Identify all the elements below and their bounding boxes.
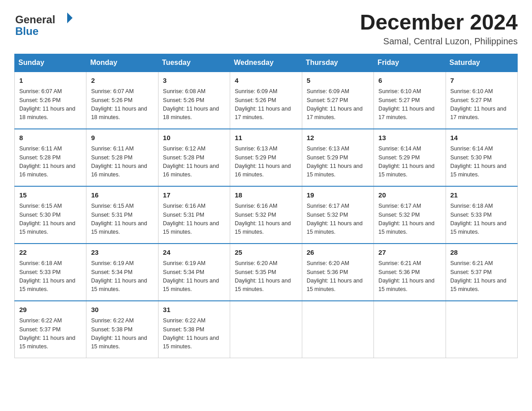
day-info: Sunrise: 6:07 AMSunset: 5:26 PMDaylight:…	[91, 87, 153, 122]
calendar-week-row: 15Sunrise: 6:15 AMSunset: 5:30 PMDayligh…	[15, 186, 518, 244]
day-info: Sunrise: 6:13 AMSunset: 5:29 PMDaylight:…	[307, 145, 369, 180]
day-number: 4	[235, 76, 297, 86]
day-number: 3	[163, 76, 225, 86]
day-info: Sunrise: 6:19 AMSunset: 5:34 PMDaylight:…	[91, 259, 153, 294]
calendar-cell: 1Sunrise: 6:07 AMSunset: 5:26 PMDaylight…	[15, 72, 86, 129]
calendar-cell: 23Sunrise: 6:19 AMSunset: 5:34 PMDayligh…	[86, 244, 158, 301]
calendar-cell: 11Sunrise: 6:13 AMSunset: 5:29 PMDayligh…	[230, 129, 302, 186]
day-info: Sunrise: 6:20 AMSunset: 5:36 PMDaylight:…	[307, 259, 369, 294]
day-info: Sunrise: 6:15 AMSunset: 5:30 PMDaylight:…	[19, 202, 82, 237]
day-number: 12	[307, 133, 369, 143]
header-monday: Monday	[86, 54, 158, 72]
location: Samal, Central Luzon, Philippines	[360, 36, 518, 47]
page-header: General Blue December 2024 Samal, Centra…	[14, 11, 518, 47]
calendar-cell: 5Sunrise: 6:09 AMSunset: 5:27 PMDaylight…	[302, 72, 373, 129]
header-tuesday: Tuesday	[158, 54, 230, 72]
calendar-cell: 22Sunrise: 6:18 AMSunset: 5:33 PMDayligh…	[15, 244, 86, 301]
day-number: 18	[235, 190, 297, 201]
day-number: 25	[235, 248, 297, 258]
calendar-cell: 10Sunrise: 6:12 AMSunset: 5:28 PMDayligh…	[158, 129, 230, 186]
calendar-cell	[302, 301, 373, 358]
day-info: Sunrise: 6:09 AMSunset: 5:27 PMDaylight:…	[307, 87, 369, 122]
day-info: Sunrise: 6:21 AMSunset: 5:36 PMDaylight:…	[378, 259, 441, 294]
day-number: 5	[307, 76, 369, 86]
day-number: 9	[91, 133, 153, 143]
day-info: Sunrise: 6:11 AMSunset: 5:28 PMDaylight:…	[91, 145, 153, 180]
calendar-week-row: 1Sunrise: 6:07 AMSunset: 5:26 PMDaylight…	[15, 72, 518, 129]
day-number: 29	[19, 305, 82, 315]
calendar-week-row: 29Sunrise: 6:22 AMSunset: 5:37 PMDayligh…	[15, 301, 518, 358]
day-info: Sunrise: 6:19 AMSunset: 5:34 PMDaylight:…	[163, 259, 225, 294]
day-number: 21	[450, 190, 513, 201]
header-thursday: Thursday	[302, 54, 373, 72]
day-info: Sunrise: 6:12 AMSunset: 5:28 PMDaylight:…	[163, 145, 225, 180]
day-info: Sunrise: 6:17 AMSunset: 5:32 PMDaylight:…	[378, 202, 441, 237]
day-number: 1	[19, 76, 82, 86]
calendar-week-row: 8Sunrise: 6:11 AMSunset: 5:28 PMDaylight…	[15, 129, 518, 186]
calendar-cell: 19Sunrise: 6:17 AMSunset: 5:32 PMDayligh…	[302, 186, 373, 244]
calendar-cell: 2Sunrise: 6:07 AMSunset: 5:26 PMDaylight…	[86, 72, 158, 129]
calendar-cell: 24Sunrise: 6:19 AMSunset: 5:34 PMDayligh…	[158, 244, 230, 301]
calendar-cell: 6Sunrise: 6:10 AMSunset: 5:27 PMDaylight…	[374, 72, 446, 129]
day-number: 24	[163, 248, 225, 258]
calendar-cell: 21Sunrise: 6:18 AMSunset: 5:33 PMDayligh…	[446, 186, 517, 244]
day-info: Sunrise: 6:10 AMSunset: 5:27 PMDaylight:…	[378, 87, 441, 122]
day-info: Sunrise: 6:22 AMSunset: 5:38 PMDaylight:…	[91, 317, 153, 351]
day-number: 22	[19, 248, 82, 258]
day-info: Sunrise: 6:21 AMSunset: 5:37 PMDaylight:…	[450, 259, 513, 294]
day-number: 11	[235, 133, 297, 143]
day-number: 19	[307, 190, 369, 201]
calendar-cell: 12Sunrise: 6:13 AMSunset: 5:29 PMDayligh…	[302, 129, 373, 186]
day-info: Sunrise: 6:22 AMSunset: 5:37 PMDaylight:…	[19, 317, 82, 351]
day-info: Sunrise: 6:11 AMSunset: 5:28 PMDaylight:…	[19, 145, 82, 180]
day-number: 15	[19, 190, 82, 201]
logo: General Blue	[14, 11, 73, 38]
calendar-cell: 29Sunrise: 6:22 AMSunset: 5:37 PMDayligh…	[15, 301, 86, 358]
day-number: 31	[163, 305, 225, 315]
calendar-cell: 14Sunrise: 6:14 AMSunset: 5:30 PMDayligh…	[446, 129, 517, 186]
svg-text:Blue: Blue	[15, 25, 39, 37]
calendar-cell: 31Sunrise: 6:22 AMSunset: 5:38 PMDayligh…	[158, 301, 230, 358]
day-number: 2	[91, 76, 153, 86]
day-info: Sunrise: 6:08 AMSunset: 5:26 PMDaylight:…	[163, 87, 225, 122]
calendar-cell	[230, 301, 302, 358]
day-info: Sunrise: 6:22 AMSunset: 5:38 PMDaylight:…	[163, 317, 225, 351]
day-info: Sunrise: 6:07 AMSunset: 5:26 PMDaylight:…	[19, 87, 82, 122]
header-wednesday: Wednesday	[230, 54, 302, 72]
day-number: 7	[450, 76, 513, 86]
day-number: 20	[378, 190, 441, 201]
calendar-cell: 18Sunrise: 6:16 AMSunset: 5:32 PMDayligh…	[230, 186, 302, 244]
day-info: Sunrise: 6:16 AMSunset: 5:31 PMDaylight:…	[163, 202, 225, 237]
calendar-cell: 4Sunrise: 6:09 AMSunset: 5:26 PMDaylight…	[230, 72, 302, 129]
calendar-cell: 15Sunrise: 6:15 AMSunset: 5:30 PMDayligh…	[15, 186, 86, 244]
calendar-cell: 9Sunrise: 6:11 AMSunset: 5:28 PMDaylight…	[86, 129, 158, 186]
day-info: Sunrise: 6:09 AMSunset: 5:26 PMDaylight:…	[235, 87, 297, 122]
day-info: Sunrise: 6:14 AMSunset: 5:29 PMDaylight:…	[378, 145, 441, 180]
day-number: 26	[307, 248, 369, 258]
day-info: Sunrise: 6:17 AMSunset: 5:32 PMDaylight:…	[307, 202, 369, 237]
day-number: 27	[378, 248, 441, 258]
title-block: December 2024 Samal, Central Luzon, Phil…	[360, 11, 518, 47]
calendar-cell	[446, 301, 517, 358]
calendar-cell: 27Sunrise: 6:21 AMSunset: 5:36 PMDayligh…	[374, 244, 446, 301]
svg-text:General: General	[15, 13, 55, 26]
calendar-cell: 17Sunrise: 6:16 AMSunset: 5:31 PMDayligh…	[158, 186, 230, 244]
day-info: Sunrise: 6:15 AMSunset: 5:31 PMDaylight:…	[91, 202, 153, 237]
calendar-table: SundayMondayTuesdayWednesdayThursdayFrid…	[14, 54, 518, 358]
day-number: 6	[378, 76, 441, 86]
calendar-header-row: SundayMondayTuesdayWednesdayThursdayFrid…	[15, 54, 518, 72]
day-info: Sunrise: 6:13 AMSunset: 5:29 PMDaylight:…	[235, 145, 297, 180]
day-number: 17	[163, 190, 225, 201]
day-number: 16	[91, 190, 153, 201]
day-info: Sunrise: 6:10 AMSunset: 5:27 PMDaylight:…	[450, 87, 513, 122]
day-info: Sunrise: 6:20 AMSunset: 5:35 PMDaylight:…	[235, 259, 297, 294]
calendar-cell: 20Sunrise: 6:17 AMSunset: 5:32 PMDayligh…	[374, 186, 446, 244]
calendar-cell: 13Sunrise: 6:14 AMSunset: 5:29 PMDayligh…	[374, 129, 446, 186]
calendar-cell: 30Sunrise: 6:22 AMSunset: 5:38 PMDayligh…	[86, 301, 158, 358]
calendar-cell: 8Sunrise: 6:11 AMSunset: 5:28 PMDaylight…	[15, 129, 86, 186]
calendar-cell: 25Sunrise: 6:20 AMSunset: 5:35 PMDayligh…	[230, 244, 302, 301]
day-number: 13	[378, 133, 441, 143]
day-number: 8	[19, 133, 82, 143]
day-number: 10	[163, 133, 225, 143]
header-friday: Friday	[374, 54, 446, 72]
